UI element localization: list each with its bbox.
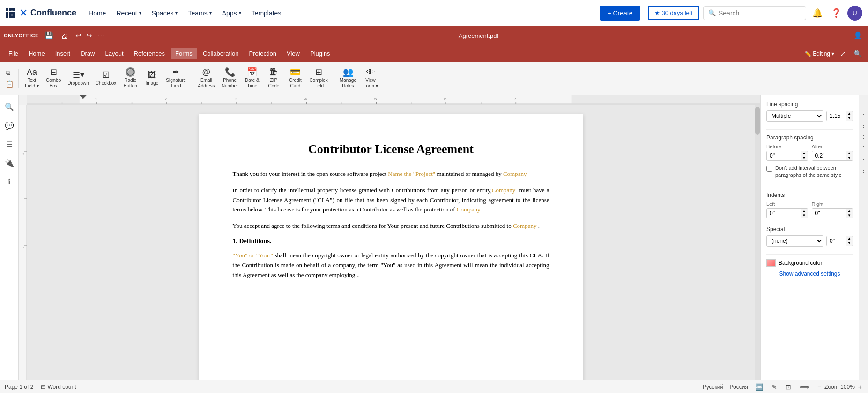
you-field[interactable]: "You" or "Your" (233, 252, 273, 259)
paste-button[interactable]: 📋 (4, 79, 15, 89)
show-advanced-link[interactable]: Show advanced settings (766, 270, 853, 277)
line-spacing-up[interactable]: ▲ (846, 111, 853, 116)
after-up[interactable]: ▲ (846, 151, 853, 156)
email-address-button[interactable]: @ EmailAddress (195, 66, 218, 91)
search-input[interactable] (719, 9, 801, 17)
special-down[interactable]: ▼ (846, 241, 853, 246)
indent-right-value[interactable] (812, 209, 846, 218)
zoom-in-btn[interactable]: + (857, 383, 863, 391)
checkbox-button[interactable]: ☑ Checkbox (93, 69, 119, 88)
special-select[interactable]: (none) First line Hanging (766, 235, 823, 247)
create-button[interactable]: + Create (600, 6, 640, 21)
redo-button[interactable]: ↪ (84, 30, 94, 41)
grid-icon[interactable] (6, 8, 15, 18)
menu-forms[interactable]: Forms (171, 48, 197, 59)
company-field-1[interactable]: Company (503, 170, 527, 177)
copy-button[interactable]: ⧉ (4, 67, 12, 78)
project-field[interactable]: Name the "Project" (388, 170, 435, 177)
far-right-tab-4[interactable]: ⋮ (860, 133, 868, 141)
manage-roles-button[interactable]: 👥 ManageRoles (337, 66, 359, 91)
company-field-4[interactable]: Company (513, 222, 537, 229)
menu-view[interactable]: View (282, 48, 304, 59)
radio-button-button[interactable]: 🔘 RadioButton (120, 66, 141, 91)
nav-spaces[interactable]: Spaces ▾ (147, 7, 183, 20)
indent-left-down[interactable]: ▼ (801, 213, 808, 218)
notifications-icon[interactable]: 🔔 (810, 6, 825, 21)
far-right-tab-1[interactable]: ⋮ (860, 99, 868, 108)
menu-collaboration[interactable]: Collaboration (198, 48, 244, 59)
avatar[interactable]: U (847, 6, 862, 21)
indent-right-down[interactable]: ▼ (846, 213, 853, 218)
fit-width-icon[interactable]: ⟺ (798, 383, 810, 391)
scrollbar-thumb[interactable] (755, 107, 760, 135)
nav-teams[interactable]: Teams ▾ (183, 7, 216, 20)
print-icon[interactable]: 🖨 (59, 31, 70, 41)
menu-plugins[interactable]: Plugins (305, 48, 335, 59)
after-down[interactable]: ▼ (846, 156, 853, 160)
zoom-out-btn[interactable]: − (816, 383, 823, 391)
company-field-2[interactable]: Company (492, 187, 516, 194)
nav-home[interactable]: Home (84, 7, 111, 20)
info-btn[interactable]: ℹ (2, 174, 17, 189)
before-down[interactable]: ▼ (801, 156, 808, 160)
fullscreen-icon[interactable]: ⤢ (838, 49, 848, 59)
nav-apps[interactable]: Apps ▾ (217, 7, 246, 20)
indent-left-value[interactable] (767, 209, 801, 218)
undo-button[interactable]: ↩ (74, 30, 83, 41)
before-up[interactable]: ▲ (801, 151, 808, 156)
menu-file[interactable]: File (4, 48, 23, 59)
nav-panel-btn[interactable]: ☰ (2, 137, 17, 152)
zip-code-button[interactable]: 🗜 ZIPCode (263, 66, 284, 91)
image-button[interactable]: 🖼 Image (141, 69, 162, 88)
credit-card-button[interactable]: 💳 CreditCard (285, 66, 305, 91)
vertical-scrollbar[interactable] (755, 105, 760, 380)
help-icon[interactable]: ❓ (829, 6, 844, 21)
menu-protection[interactable]: Protection (244, 48, 281, 59)
phone-number-button[interactable]: 📞 PhoneNumber (219, 66, 241, 91)
far-right-tab-7[interactable]: ⋮ (860, 167, 868, 175)
special-up[interactable]: ▲ (846, 236, 853, 241)
complex-field-button[interactable]: ⊞ ComplexField (306, 66, 330, 91)
search-box[interactable]: 🔍 (703, 6, 806, 20)
color-swatch[interactable] (766, 259, 776, 267)
menu-references[interactable]: References (129, 48, 170, 59)
company-field-3[interactable]: Company (457, 206, 480, 213)
after-value[interactable] (812, 151, 846, 160)
date-time-button[interactable]: 📅 Date &Time (242, 66, 262, 91)
far-right-tab-5[interactable]: ⋮ (860, 144, 868, 153)
fit-page-icon[interactable]: ⊡ (784, 383, 793, 391)
special-value[interactable] (827, 236, 846, 246)
comments-btn[interactable]: 💬 (2, 118, 17, 133)
nav-templates[interactable]: Templates (247, 7, 286, 20)
line-spacing-select[interactable]: Multiple Single 1.5 Lines Double At Leas… (766, 110, 823, 122)
more-button[interactable]: ··· (98, 32, 105, 39)
indent-left-up[interactable]: ▲ (801, 209, 808, 213)
line-spacing-down[interactable]: ▼ (846, 116, 853, 121)
user-icon[interactable]: 👤 (852, 30, 864, 41)
same-style-checkbox[interactable] (766, 166, 772, 172)
word-count-label[interactable]: ⊟ Word count (41, 384, 76, 390)
track-changes-icon[interactable]: ✎ (770, 383, 779, 391)
menu-draw[interactable]: Draw (76, 48, 99, 59)
nav-recent[interactable]: Recent ▾ (111, 7, 146, 20)
indent-right-up[interactable]: ▲ (846, 209, 853, 213)
view-form-button[interactable]: 👁 ViewForm ▾ (360, 66, 381, 91)
menu-insert[interactable]: Insert (51, 48, 75, 59)
editing-button[interactable]: ✏️ Editing ▾ (804, 51, 834, 57)
language-label[interactable]: Русский – Россия (703, 384, 748, 390)
before-value[interactable] (767, 151, 801, 160)
signature-field-button[interactable]: ✒ SignatureField (163, 66, 189, 91)
dropdown-button[interactable]: ☰▾ Dropdown (65, 69, 92, 88)
trial-button[interactable]: ★ 30 days left (648, 6, 700, 20)
menu-layout[interactable]: Layout (101, 48, 128, 59)
spell-check-icon[interactable]: 🔤 (754, 383, 764, 391)
search-panel-btn[interactable]: 🔍 (2, 99, 17, 114)
combo-box-button[interactable]: ⊟ ComboBox (43, 66, 64, 91)
plugins-btn[interactable]: 🔌 (2, 155, 17, 170)
menu-home[interactable]: Home (24, 48, 50, 59)
far-right-tab-6[interactable]: ⋮ (860, 155, 868, 164)
line-spacing-value[interactable] (827, 111, 846, 121)
far-right-tab-2[interactable]: ⋮ (860, 110, 868, 119)
far-right-tab-3[interactable]: ⋮ (860, 122, 868, 130)
text-field-button[interactable]: Aa TextField ▾ (22, 66, 42, 91)
